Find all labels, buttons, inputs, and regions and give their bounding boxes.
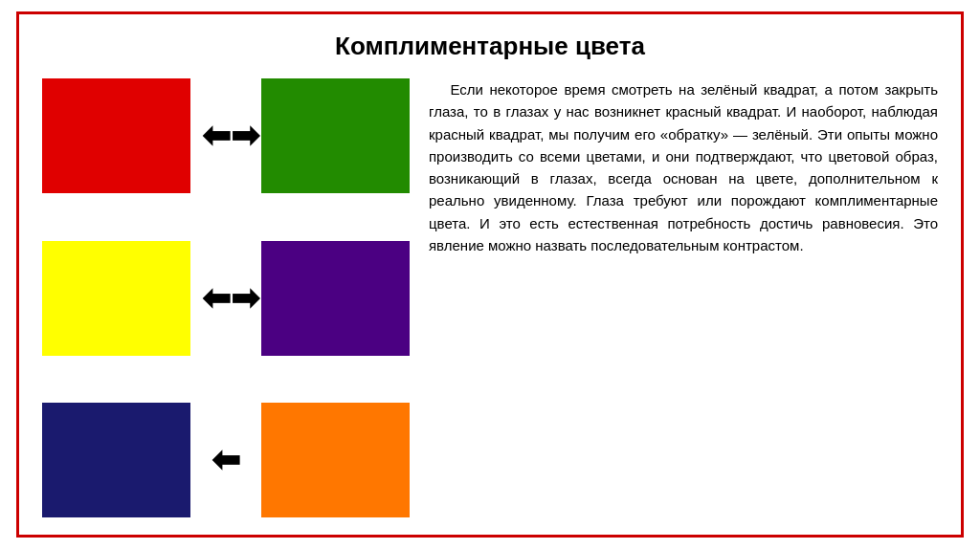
color-pairs: ⬅➡ ⬅➡ ⬅ — [42, 78, 410, 517]
body-paragraph: Если некоторое время смотреть на зелёный… — [429, 78, 938, 256]
color-pair-1: ⬅➡ — [42, 78, 410, 193]
color-box-purple — [261, 241, 410, 356]
color-box-orange — [261, 403, 410, 517]
color-box-yellow — [42, 241, 190, 356]
slide-content: ⬅➡ ⬅➡ ⬅ Если некоторое время смотреть на… — [42, 78, 938, 517]
arrow-icon-2: ⬅➡ — [202, 281, 250, 316]
color-pair-2: ⬅➡ — [42, 241, 410, 356]
color-box-green — [261, 78, 410, 193]
body-text: Если некоторое время смотреть на зелёный… — [419, 78, 938, 517]
arrow-icon-1: ⬅➡ — [202, 119, 250, 153]
color-pair-3: ⬅ — [42, 403, 410, 517]
slide-title: Комплиментарные цвета — [42, 32, 938, 61]
color-box-navy — [42, 403, 190, 517]
arrow-icon-3: ⬅ — [202, 443, 250, 477]
slide-container: Комплиментарные цвета ⬅➡ ⬅➡ ⬅ Если некот… — [16, 11, 964, 538]
color-box-red — [42, 78, 190, 193]
